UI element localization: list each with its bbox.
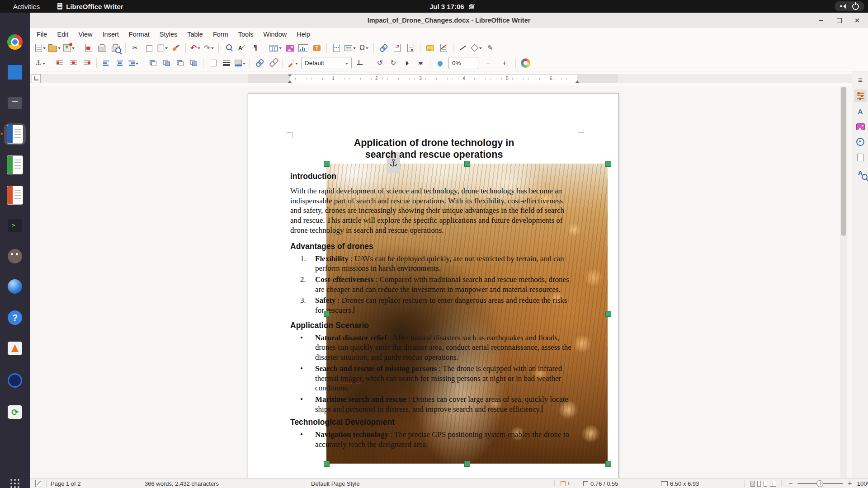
selection-handle-middle-right[interactable] bbox=[605, 311, 611, 317]
zoom-slider[interactable] bbox=[797, 483, 843, 484]
insert-hyperlink-button[interactable] bbox=[377, 42, 390, 54]
save-button[interactable] bbox=[62, 42, 76, 54]
insert-field-button[interactable] bbox=[343, 42, 357, 54]
formatting-marks-button[interactable]: ¶ bbox=[249, 42, 262, 54]
right-indent-marker[interactable] bbox=[576, 79, 579, 83]
sidebar-settings-button[interactable]: ≡ bbox=[854, 74, 867, 87]
dock-item-vscode[interactable] bbox=[4, 61, 26, 83]
dock-item-software[interactable]: ⟳ bbox=[4, 401, 26, 423]
selection-handle-top-right[interactable] bbox=[605, 161, 611, 167]
transparency-button[interactable] bbox=[433, 57, 447, 69]
sidebar-properties-tab[interactable] bbox=[854, 89, 867, 102]
print-button[interactable] bbox=[95, 42, 109, 54]
indent-marker-bottom[interactable] bbox=[288, 79, 292, 83]
flip-vertical-button[interactable] bbox=[414, 57, 427, 69]
menu-insert[interactable]: Insert bbox=[98, 29, 124, 39]
open-button[interactable] bbox=[47, 42, 62, 54]
sidebar-navigator-tab[interactable] bbox=[854, 136, 867, 148]
menu-view[interactable]: View bbox=[73, 29, 97, 39]
insert-footnote-button[interactable] bbox=[390, 42, 404, 54]
color-picker-button[interactable] bbox=[519, 57, 532, 69]
paste-button[interactable] bbox=[156, 42, 169, 54]
wrap-through-button[interactable] bbox=[80, 57, 94, 69]
zoom-out-button[interactable]: − bbox=[786, 479, 795, 488]
borders-button[interactable] bbox=[206, 57, 220, 69]
copy-button[interactable] bbox=[142, 42, 156, 54]
align-center-button[interactable] bbox=[113, 57, 127, 69]
page-count-status[interactable]: Page 1 of 2 bbox=[51, 479, 81, 488]
sidebar-styles-tab[interactable]: A bbox=[854, 105, 867, 117]
dock-item-calc[interactable] bbox=[4, 154, 26, 176]
export-pdf-button[interactable] bbox=[82, 42, 95, 54]
minimize-button[interactable] bbox=[817, 17, 825, 24]
menu-window[interactable]: Window bbox=[259, 29, 292, 39]
selection-handle-middle-left[interactable] bbox=[324, 311, 330, 317]
redo-button[interactable]: ↷ bbox=[202, 42, 216, 54]
freeform-line-button[interactable]: ✎ bbox=[483, 42, 497, 54]
focused-app-menu[interactable]: LibreOffice Writer bbox=[57, 3, 123, 10]
bring-to-front-button[interactable] bbox=[146, 57, 160, 69]
insert-chart-button[interactable] bbox=[297, 42, 310, 54]
dock-item-vlc[interactable] bbox=[4, 338, 26, 359]
rotate-right-button[interactable]: ↻ bbox=[387, 57, 400, 69]
insert-image-button[interactable] bbox=[283, 42, 297, 54]
restore-button[interactable] bbox=[835, 17, 843, 24]
dock-show-apps[interactable] bbox=[4, 473, 26, 488]
page-style-status[interactable]: Default Page Style bbox=[311, 479, 360, 488]
dock-item-browser[interactable] bbox=[4, 276, 26, 297]
object-size-status[interactable]: 6.50 x 6.93 bbox=[661, 479, 699, 488]
dock-item-terminal[interactable]: >_ bbox=[4, 215, 26, 236]
document-view[interactable]: ⚓ Application of drone technology in sea… bbox=[30, 86, 840, 478]
special-character-button[interactable]: Ω bbox=[357, 42, 371, 54]
dock-item-files[interactable] bbox=[4, 92, 26, 114]
graphics-mode-select[interactable]: Default bbox=[301, 57, 352, 69]
track-changes-button[interactable] bbox=[437, 42, 450, 54]
multi-page-view-button[interactable] bbox=[757, 481, 761, 487]
basic-shapes-button[interactable] bbox=[470, 42, 483, 54]
menu-edit[interactable]: Edit bbox=[52, 29, 73, 39]
anchor-button[interactable]: ⚓ bbox=[33, 57, 47, 69]
activities-button[interactable]: Activities bbox=[8, 1, 45, 12]
single-page-view-button[interactable] bbox=[750, 481, 755, 487]
menu-styles[interactable]: Styles bbox=[155, 29, 183, 39]
undo-button[interactable]: ↶ bbox=[189, 42, 202, 54]
align-left-button[interactable] bbox=[99, 57, 113, 69]
menu-form[interactable]: Form bbox=[208, 29, 233, 39]
menu-file[interactable]: File bbox=[32, 29, 52, 39]
clock-button[interactable]: Jul 3 17:06 bbox=[429, 0, 474, 13]
insert-line-button[interactable] bbox=[456, 42, 470, 54]
selection-handle-bottom-middle[interactable] bbox=[464, 461, 470, 467]
image-filter-button[interactable] bbox=[286, 57, 299, 69]
unlink-frames-button[interactable] bbox=[266, 57, 280, 69]
bring-forward-button[interactable] bbox=[160, 57, 173, 69]
dock-item-app-circle[interactable] bbox=[4, 370, 26, 391]
dock-item-impress[interactable] bbox=[4, 184, 26, 206]
insert-comment-button[interactable] bbox=[423, 42, 437, 54]
flip-horizontal-button[interactable] bbox=[400, 57, 414, 69]
rotate-left-button[interactable]: ↺ bbox=[373, 57, 387, 69]
send-to-back-button[interactable] bbox=[187, 57, 200, 69]
sidebar-gallery-tab[interactable] bbox=[854, 120, 867, 133]
insert-endnote-button[interactable] bbox=[404, 42, 417, 54]
menu-format[interactable]: Format bbox=[124, 29, 155, 39]
link-frames-button[interactable] bbox=[253, 57, 266, 69]
dock-item-chrome[interactable] bbox=[4, 31, 26, 53]
zoom-slider-knob[interactable] bbox=[816, 480, 823, 487]
align-right-button[interactable] bbox=[127, 57, 140, 69]
insert-table-button[interactable] bbox=[268, 42, 283, 54]
crop-button[interactable] bbox=[354, 57, 367, 69]
clone-formatting-button[interactable] bbox=[169, 42, 183, 54]
document-text[interactable]: Application of drone technology in searc… bbox=[290, 137, 578, 451]
find-replace-button[interactable] bbox=[222, 42, 235, 54]
menu-tools[interactable]: Tools bbox=[233, 29, 259, 39]
dock-item-help[interactable]: ? bbox=[4, 307, 26, 328]
area-color-button[interactable] bbox=[233, 57, 247, 69]
dock-item-gimp[interactable] bbox=[4, 245, 26, 267]
menu-table[interactable]: Table bbox=[182, 29, 208, 39]
book-view-button[interactable] bbox=[770, 481, 776, 487]
selection-handle-top-left[interactable] bbox=[324, 161, 330, 167]
system-status-area[interactable] bbox=[835, 1, 864, 11]
multi-page-view-button2[interactable] bbox=[764, 481, 767, 487]
selection-handle-bottom-left[interactable] bbox=[324, 461, 330, 467]
selection-mode-status[interactable]: I bbox=[561, 479, 570, 488]
